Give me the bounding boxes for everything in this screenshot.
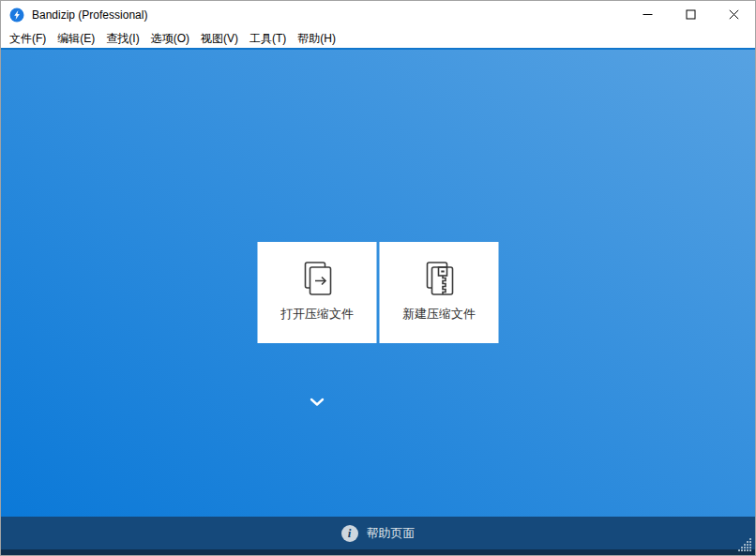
new-archive-icon xyxy=(418,255,460,302)
close-icon xyxy=(729,7,739,23)
window-title: Bandizip (Professional) xyxy=(32,8,147,22)
open-archive-label: 打开压缩文件 xyxy=(280,306,354,323)
help-page-bar[interactable]: i 帮助页面 xyxy=(1,517,755,549)
open-archive-button[interactable]: 打开压缩文件 xyxy=(258,242,377,343)
new-archive-label: 新建压缩文件 xyxy=(402,306,476,323)
new-archive-button[interactable]: 新建压缩文件 xyxy=(380,242,499,343)
chevron-down-icon[interactable] xyxy=(310,398,325,407)
bandizip-logo-icon[interactable] xyxy=(9,8,24,23)
menu-view[interactable]: 视图(V) xyxy=(196,29,243,49)
help-page-label: 帮助页面 xyxy=(367,525,416,542)
bandizip-window: Bandizip (Professional) xyxy=(0,0,756,556)
window-controls xyxy=(626,1,755,29)
menu-help[interactable]: 帮助(H) xyxy=(293,29,340,49)
minimize-icon xyxy=(643,7,653,23)
info-icon: i xyxy=(341,525,358,542)
menu-find[interactable]: 查找(I) xyxy=(101,29,144,49)
status-strip xyxy=(1,549,755,555)
open-archive-icon xyxy=(296,255,338,302)
maximize-icon xyxy=(686,7,696,23)
minimize-button[interactable] xyxy=(626,1,669,29)
start-actions: 打开压缩文件 新建压缩文件 xyxy=(258,242,499,343)
close-button[interactable] xyxy=(712,1,755,29)
menu-bar: 文件(F) 编辑(E) 查找(I) 选项(O) 视图(V) 工具(T) 帮助(H… xyxy=(1,29,755,48)
title-bar: Bandizip (Professional) xyxy=(1,1,755,29)
menu-options[interactable]: 选项(O) xyxy=(146,29,194,49)
menu-tools[interactable]: 工具(T) xyxy=(245,29,291,49)
main-area: 打开压缩文件 新建压缩文件 xyxy=(1,48,755,517)
resize-grip[interactable] xyxy=(738,538,752,552)
menu-edit[interactable]: 编辑(E) xyxy=(53,29,99,49)
maximize-button[interactable] xyxy=(669,1,712,29)
menu-file[interactable]: 文件(F) xyxy=(5,29,51,49)
